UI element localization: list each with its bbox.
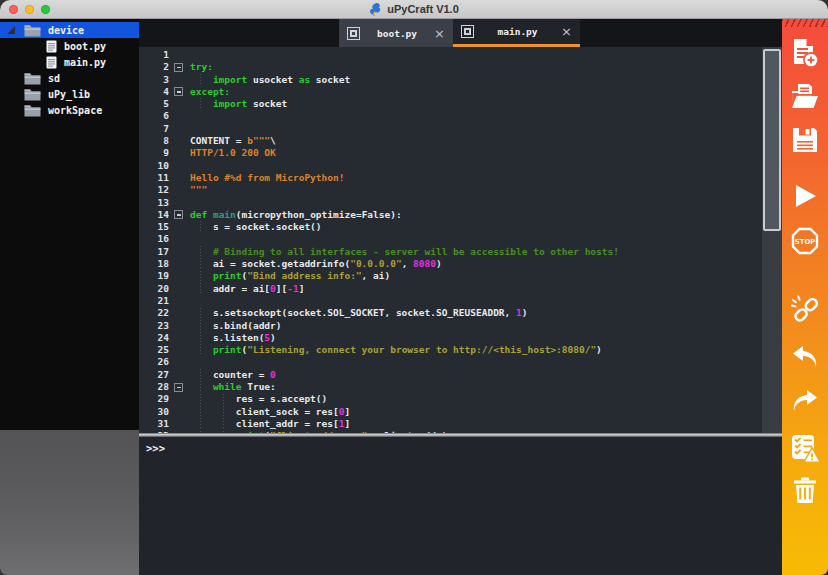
editor-scrollbar[interactable] xyxy=(762,47,782,433)
fold-gutter xyxy=(169,135,190,147)
title-bar: uPyCraft V1.0 xyxy=(0,0,828,19)
code-line: 20addr = ai[0][-1] xyxy=(139,283,762,295)
code-text xyxy=(190,110,762,122)
code-text: res = s.accept() xyxy=(190,393,762,405)
code-line: 24s.listen(5) xyxy=(139,332,762,344)
app-logo-icon xyxy=(369,3,382,16)
syntax-check-icon[interactable] xyxy=(790,433,820,463)
tree-indent xyxy=(4,70,24,86)
line-number: 25 xyxy=(139,344,169,356)
code-text: counter = 0 xyxy=(190,369,762,381)
fold-gutter xyxy=(169,418,190,430)
fold-gutter xyxy=(169,406,190,418)
tab-close-icon[interactable]: × xyxy=(561,25,572,38)
code-text: addr = ai[0][-1] xyxy=(190,283,762,295)
tree-indent xyxy=(4,38,24,54)
scrollbar-thumb[interactable] xyxy=(763,49,781,231)
code-text xyxy=(190,233,762,245)
tree-item-main.py[interactable]: main.py xyxy=(0,54,139,70)
code-text: except: xyxy=(190,86,762,98)
tab-main.py[interactable]: main.py× xyxy=(453,19,580,47)
fold-gutter xyxy=(169,369,190,381)
fold-gutter xyxy=(169,197,190,209)
code-text: client_sock = res[0] xyxy=(190,406,762,418)
tree-item-device[interactable]: device xyxy=(0,22,139,38)
line-number: 4 xyxy=(139,86,169,98)
code-line: 21 xyxy=(139,295,762,307)
line-number: 2 xyxy=(139,61,169,73)
code-text xyxy=(190,197,762,209)
code-text: import usocket as socket xyxy=(190,74,762,86)
undo-icon[interactable] xyxy=(790,343,820,373)
window-title: uPyCraft V1.0 xyxy=(369,3,459,16)
code-line: 12""" xyxy=(139,184,762,196)
disclosure-triangle-icon[interactable] xyxy=(4,22,24,38)
redo-icon[interactable] xyxy=(790,387,820,417)
tree-item-workSpace[interactable]: workSpace xyxy=(0,102,139,118)
fold-gutter xyxy=(169,110,190,122)
tree-item-label: device xyxy=(48,25,84,36)
new-file-icon[interactable] xyxy=(790,38,820,68)
fold-gutter xyxy=(169,160,190,172)
stop-icon[interactable]: STOP xyxy=(790,226,820,256)
line-number: 6 xyxy=(139,110,169,122)
tree-item-label: sd xyxy=(48,73,60,84)
code-line: 5import socket xyxy=(139,98,762,110)
fold-marker-icon[interactable] xyxy=(169,381,190,393)
folder-icon xyxy=(24,88,41,101)
fold-gutter xyxy=(169,98,190,110)
line-number: 15 xyxy=(139,221,169,233)
fold-gutter xyxy=(169,49,190,61)
tree-item-uPy_lib[interactable]: uPy_lib xyxy=(0,86,139,102)
fold-gutter xyxy=(169,344,190,356)
file-icon xyxy=(46,56,57,69)
code-area[interactable]: 12try:3import usocket as socket4except:5… xyxy=(139,47,762,433)
fold-gutter xyxy=(169,147,190,159)
code-line: 3import usocket as socket xyxy=(139,74,762,86)
code-line: 23s.bind(addr) xyxy=(139,320,762,332)
connect-chain-icon[interactable] xyxy=(790,294,820,324)
fold-gutter xyxy=(169,123,190,135)
fold-marker-icon[interactable] xyxy=(169,61,190,73)
code-line: 8CONTENT = b"""\ xyxy=(139,135,762,147)
tab-boot.py[interactable]: boot.py× xyxy=(339,19,453,47)
fold-gutter xyxy=(169,270,190,282)
line-number: 20 xyxy=(139,283,169,295)
tab-close-icon[interactable]: × xyxy=(434,27,445,40)
line-number: 13 xyxy=(139,197,169,209)
code-text: try: xyxy=(190,61,762,73)
console-panel[interactable]: >>> xyxy=(139,437,782,575)
fold-marker-icon[interactable] xyxy=(169,209,190,221)
fold-marker-icon[interactable] xyxy=(169,86,190,98)
file-icon xyxy=(46,40,57,53)
line-number: 14 xyxy=(139,209,169,221)
bottom-left-panel xyxy=(0,430,139,575)
toolbar: STOP xyxy=(782,19,828,575)
fold-gutter xyxy=(169,393,190,405)
line-number: 1 xyxy=(139,49,169,61)
tab-file-icon xyxy=(461,25,474,38)
tree-item-sd[interactable]: sd xyxy=(0,70,139,86)
tree-item-label: main.py xyxy=(64,57,106,68)
code-text: s = socket.socket() xyxy=(190,221,762,233)
fold-gutter xyxy=(169,258,190,270)
open-file-icon[interactable] xyxy=(790,82,820,112)
tree-item-boot.py[interactable]: boot.py xyxy=(0,38,139,54)
file-tree[interactable]: deviceboot.pymain.pysduPy_libworkSpace xyxy=(0,19,139,430)
fold-gutter xyxy=(169,221,190,233)
minimize-button[interactable] xyxy=(25,5,34,14)
code-line: 4except: xyxy=(139,86,762,98)
code-line: 19print("Bind address info:", ai) xyxy=(139,270,762,282)
save-icon[interactable] xyxy=(790,125,820,155)
code-text: def main(micropython_optimize=False): xyxy=(190,209,762,221)
close-button[interactable] xyxy=(9,5,18,14)
run-icon[interactable] xyxy=(790,181,820,211)
folder-icon xyxy=(24,104,41,117)
fold-gutter xyxy=(169,320,190,332)
code-text: client_addr = res[1] xyxy=(190,418,762,430)
zoom-button[interactable] xyxy=(41,5,50,14)
fold-gutter xyxy=(169,332,190,344)
tree-item-label: uPy_lib xyxy=(48,89,90,100)
code-line: 30client_sock = res[0] xyxy=(139,406,762,418)
clear-trash-icon[interactable] xyxy=(790,476,820,506)
